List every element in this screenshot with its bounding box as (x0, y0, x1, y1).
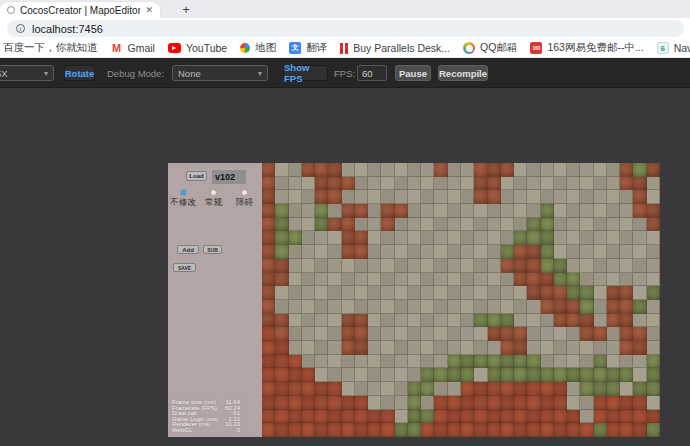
map-tile[interactable] (541, 231, 554, 245)
map-tile[interactable] (421, 423, 434, 437)
map-tile[interactable] (328, 300, 341, 314)
map-tile[interactable] (448, 177, 461, 191)
map-tile[interactable] (448, 259, 461, 273)
map-tile[interactable] (554, 300, 567, 314)
map-tile[interactable] (368, 423, 381, 437)
map-tile[interactable] (302, 382, 315, 396)
map-tile[interactable] (461, 190, 474, 204)
map-tile[interactable] (474, 410, 487, 424)
map-tile[interactable] (421, 245, 434, 259)
map-tile[interactable] (647, 368, 660, 382)
map-tile[interactable] (554, 314, 567, 328)
bookmark-item[interactable]: QQ邮箱 (463, 41, 517, 55)
map-tile[interactable] (620, 327, 633, 341)
map-tile[interactable] (448, 423, 461, 437)
map-tile[interactable] (514, 218, 527, 232)
map-tile[interactable] (554, 410, 567, 424)
map-tile[interactable] (302, 259, 315, 273)
map-tile[interactable] (488, 204, 501, 218)
map-tile[interactable] (395, 355, 408, 369)
map-tile[interactable] (448, 231, 461, 245)
map-tile[interactable] (395, 368, 408, 382)
map-tile[interactable] (567, 368, 580, 382)
map-tile[interactable] (461, 286, 474, 300)
map-tile[interactable] (541, 410, 554, 424)
map-tile[interactable] (275, 355, 288, 369)
map-tile[interactable] (461, 341, 474, 355)
map-tile[interactable] (580, 300, 593, 314)
map-tile[interactable] (554, 190, 567, 204)
map-tile[interactable] (328, 273, 341, 287)
map-tile[interactable] (541, 259, 554, 273)
map-tile[interactable] (501, 396, 514, 410)
map-tile[interactable] (594, 259, 607, 273)
map-tile[interactable] (501, 368, 514, 382)
map-tile[interactable] (289, 204, 302, 218)
map-tile[interactable] (633, 341, 646, 355)
map-tile[interactable] (262, 300, 275, 314)
address-bar[interactable]: i localhost:7456 (7, 20, 684, 37)
radio-option[interactable]: 不修改 (168, 190, 198, 209)
map-tile[interactable] (527, 396, 540, 410)
map-tile[interactable] (434, 273, 447, 287)
map-tile[interactable] (514, 286, 527, 300)
map-tile[interactable] (289, 314, 302, 328)
map-tile[interactable] (594, 231, 607, 245)
map-tile[interactable] (554, 396, 567, 410)
map-tile[interactable] (275, 286, 288, 300)
version-input[interactable] (212, 170, 246, 184)
map-tile[interactable] (474, 368, 487, 382)
map-tile[interactable] (501, 259, 514, 273)
map-tile[interactable] (421, 341, 434, 355)
map-tile[interactable] (541, 204, 554, 218)
map-tile[interactable] (620, 300, 633, 314)
map-tile[interactable] (355, 190, 368, 204)
map-tile[interactable] (275, 190, 288, 204)
map-tile[interactable] (368, 273, 381, 287)
map-tile[interactable] (541, 396, 554, 410)
map-tile[interactable] (408, 177, 421, 191)
map-tile[interactable] (514, 314, 527, 328)
map-tile[interactable] (541, 327, 554, 341)
map-tile[interactable] (328, 204, 341, 218)
map-tile[interactable] (514, 423, 527, 437)
map-tile[interactable] (355, 368, 368, 382)
map-tile[interactable] (488, 423, 501, 437)
map-tile[interactable] (607, 245, 620, 259)
map-tile[interactable] (342, 218, 355, 232)
map-tile[interactable] (580, 273, 593, 287)
map-tile[interactable] (580, 314, 593, 328)
map-tile[interactable] (554, 231, 567, 245)
map-tile[interactable] (620, 341, 633, 355)
map-tile[interactable] (488, 410, 501, 424)
map-tile[interactable] (289, 327, 302, 341)
map-tile[interactable] (594, 286, 607, 300)
map-tile[interactable] (395, 314, 408, 328)
map-tile[interactable] (527, 314, 540, 328)
map-tile[interactable] (514, 396, 527, 410)
map-tile[interactable] (381, 341, 394, 355)
map-tile[interactable] (262, 273, 275, 287)
map-tile[interactable] (262, 382, 275, 396)
map-tile[interactable] (448, 273, 461, 287)
map-tile[interactable] (355, 231, 368, 245)
map-tile[interactable] (488, 368, 501, 382)
map-tile[interactable] (647, 218, 660, 232)
map-tile[interactable] (501, 286, 514, 300)
map-tile[interactable] (461, 396, 474, 410)
map-tile[interactable] (580, 218, 593, 232)
map-tile[interactable] (580, 177, 593, 191)
map-tile[interactable] (342, 382, 355, 396)
map-tile[interactable] (315, 245, 328, 259)
map-tile[interactable] (474, 204, 487, 218)
map-tile[interactable] (620, 259, 633, 273)
map-tile[interactable] (368, 327, 381, 341)
map-tile[interactable] (567, 286, 580, 300)
map-tile[interactable] (647, 245, 660, 259)
map-tile[interactable] (461, 382, 474, 396)
bookmark-item[interactable]: 地图 (240, 41, 276, 55)
map-tile[interactable] (275, 300, 288, 314)
map-tile[interactable] (514, 327, 527, 341)
map-tile[interactable] (607, 314, 620, 328)
map-tile[interactable] (541, 314, 554, 328)
